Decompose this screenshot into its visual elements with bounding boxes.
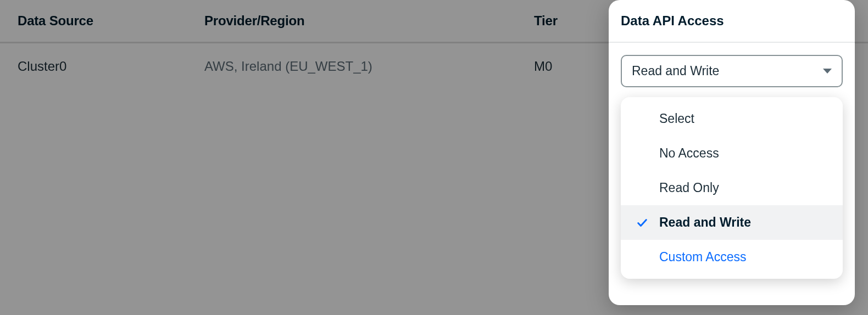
column-header-provider-region: Provider/Region [204,13,534,29]
access-level-select-value: Read and Write [632,64,719,78]
check-icon [636,217,652,229]
access-option-read-and-write[interactable]: Read and Write [621,205,843,240]
option-label: Select [636,111,832,126]
access-option-select[interactable]: Select [621,102,843,136]
option-label: Read and Write [659,215,832,230]
cell-provider-region: AWS, Ireland (EU_WEST_1) [204,59,534,74]
popover-title: Data API Access [609,0,855,43]
data-api-access-popover: Data API Access Read and Write Select No… [609,0,855,305]
option-label: Read Only [636,181,832,195]
option-label: No Access [636,146,832,161]
column-header-data-source: Data Source [18,13,204,29]
cell-data-source: Cluster0 [18,59,204,74]
access-option-read-only[interactable]: Read Only [621,171,843,205]
access-option-no-access[interactable]: No Access [621,136,843,171]
option-label: Custom Access [636,250,832,265]
access-level-dropdown: Select No Access Read Only Read and Writ… [621,97,843,279]
chevron-down-icon [823,69,832,74]
access-level-select[interactable]: Read and Write [621,55,843,87]
access-option-custom-access[interactable]: Custom Access [621,240,843,274]
